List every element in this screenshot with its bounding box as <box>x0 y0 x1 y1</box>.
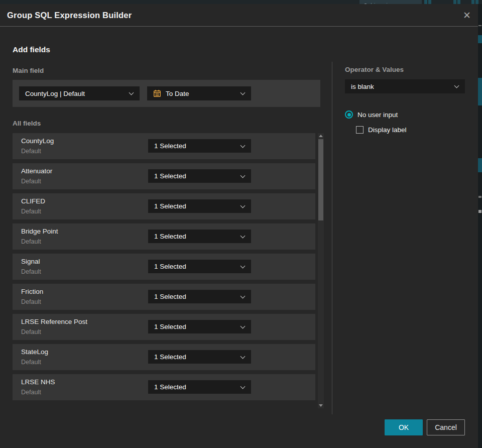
cancel-button[interactable]: Cancel <box>427 419 465 435</box>
field-selection-value: 1 Selected <box>154 293 186 300</box>
chevron-down-icon <box>240 324 246 329</box>
field-name: Signal <box>21 258 40 265</box>
operator-values-label: Operator & Values <box>345 66 404 73</box>
chevron-down-icon <box>240 264 246 269</box>
field-subtitle: Default <box>21 268 41 275</box>
operator-dropdown[interactable]: is blank <box>345 79 465 93</box>
scroll-up-icon[interactable] <box>319 135 323 137</box>
field-selection-dropdown[interactable]: 1 Selected <box>148 199 251 213</box>
field-type-dropdown[interactable]: To Date <box>147 86 251 100</box>
no-user-input-radio[interactable]: No user input <box>345 110 398 119</box>
field-selection-dropdown[interactable]: 1 Selected <box>148 290 251 303</box>
no-user-input-label: No user input <box>357 111 398 119</box>
field-subtitle: Default <box>21 359 41 366</box>
main-field-dropdown-value: CountyLog | Default <box>25 90 85 97</box>
field-subtitle: Default <box>21 178 41 185</box>
display-label-text: Display label <box>368 126 407 134</box>
calendar-icon <box>153 89 161 97</box>
checkbox-unchecked-icon[interactable] <box>356 126 364 134</box>
chevron-down-icon <box>240 354 246 359</box>
field-subtitle: Default <box>21 208 41 215</box>
field-selection-value: 1 Selected <box>154 172 186 180</box>
field-name: LRSE NHS <box>21 378 55 386</box>
background-bar-icon <box>457 0 460 4</box>
field-name: Attenuator <box>21 167 52 175</box>
all-fields-list: CountyLog Default 1 Selected Attenuator … <box>13 133 315 404</box>
dialog-title: Group SQL Expression Builder <box>7 11 132 20</box>
field-selection-dropdown[interactable]: 1 Selected <box>148 350 251 364</box>
chevron-down-icon <box>240 173 246 178</box>
all-fields-label: All fields <box>13 120 41 127</box>
field-type-dropdown-value: To Date <box>166 90 189 97</box>
field-row: Friction Default 1 Selected <box>13 284 315 310</box>
operator-dropdown-value: is blank <box>351 83 374 90</box>
field-row: LRSE NHS Default 1 Selected <box>13 374 315 400</box>
display-label-checkbox[interactable]: Display label <box>356 126 407 134</box>
chevron-down-icon <box>240 384 246 389</box>
field-row: LRSE Reference Post Default 1 Selected <box>13 314 315 340</box>
field-selection-dropdown[interactable]: 1 Selected <box>148 169 251 183</box>
background-bar-icon <box>424 0 427 4</box>
chevron-down-icon <box>240 234 246 239</box>
field-row: StateLog Default 1 Selected <box>13 344 315 370</box>
field-subtitle: Default <box>21 238 41 245</box>
live-view-label: Live view <box>371 0 395 4</box>
field-selection-value: 1 Selected <box>154 323 186 330</box>
background-bar-icon <box>453 0 456 4</box>
field-selection-dropdown[interactable]: 1 Selected <box>148 139 251 153</box>
field-name: CountyLog <box>21 137 54 145</box>
field-selection-value: 1 Selected <box>154 383 186 391</box>
chevron-down-icon <box>129 90 134 95</box>
field-subtitle: Default <box>21 328 41 335</box>
field-name: Bridge Point <box>21 228 58 235</box>
field-row: Attenuator Default 1 Selected <box>13 163 315 189</box>
radio-selected-icon[interactable] <box>345 110 353 119</box>
chevron-down-icon <box>240 143 246 148</box>
background-bar-icon <box>471 0 474 4</box>
field-name: LRSE Reference Post <box>21 318 87 325</box>
field-selection-dropdown[interactable]: 1 Selected <box>148 380 251 394</box>
main-field-dropdown[interactable]: CountyLog | Default <box>19 86 140 100</box>
field-selection-dropdown[interactable]: 1 Selected <box>148 260 251 273</box>
background-app-strip: Live view <box>0 0 482 4</box>
field-row: CountyLog Default 1 Selected <box>13 133 315 159</box>
background-bar-icon <box>428 0 431 4</box>
live-view-indicator: Live view <box>359 0 422 4</box>
field-selection-value: 1 Selected <box>154 353 186 361</box>
chevron-down-icon <box>240 90 246 95</box>
scroll-down-icon[interactable] <box>319 404 323 407</box>
field-name: StateLog <box>21 348 48 356</box>
scrollbar-thumb[interactable] <box>318 139 323 220</box>
section-title-add-fields: Add fields <box>13 45 50 54</box>
field-row: Signal Default 1 Selected <box>13 254 315 280</box>
main-field-box: CountyLog | Default To Date <box>13 80 320 107</box>
field-name: Friction <box>21 288 43 295</box>
field-selection-value: 1 Selected <box>154 233 186 240</box>
field-name: CLIFED <box>21 197 45 205</box>
field-selection-dropdown[interactable]: 1 Selected <box>148 320 251 333</box>
panel-divider <box>332 62 332 414</box>
field-subtitle: Default <box>21 389 41 396</box>
main-field-label: Main field <box>13 67 44 74</box>
close-icon[interactable]: ✕ <box>463 11 471 20</box>
field-selection-dropdown[interactable]: 1 Selected <box>148 230 251 243</box>
group-sql-expression-builder-dialog: Group SQL Expression Builder ✕ Add field… <box>0 4 478 448</box>
field-subtitle: Default <box>21 148 41 155</box>
background-bar-icon <box>475 0 478 4</box>
chevron-down-icon <box>454 83 459 88</box>
field-selection-value: 1 Selected <box>154 263 186 270</box>
chevron-down-icon <box>240 203 246 208</box>
ok-button[interactable]: OK <box>385 419 423 435</box>
field-selection-value: 1 Selected <box>154 202 186 210</box>
field-row: Bridge Point Default 1 Selected <box>13 223 315 250</box>
background-app-edge <box>478 4 482 448</box>
chevron-down-icon <box>240 294 246 299</box>
field-selection-value: 1 Selected <box>154 142 186 150</box>
fields-scrollbar[interactable] <box>318 133 324 408</box>
dialog-titlebar: Group SQL Expression Builder ✕ <box>0 4 478 27</box>
field-row: CLIFED Default 1 Selected <box>13 193 315 219</box>
field-subtitle: Default <box>21 298 41 305</box>
